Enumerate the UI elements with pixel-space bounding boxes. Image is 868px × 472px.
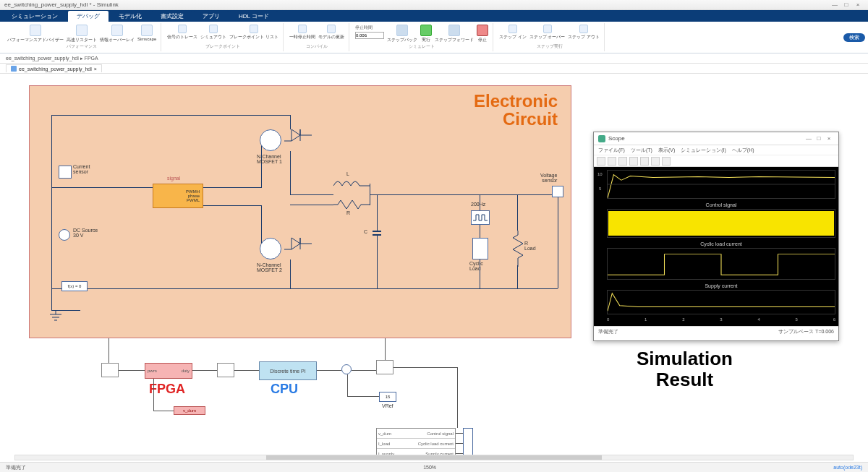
resistor-icon: [333, 200, 370, 209]
close-button[interactable]: ×: [852, 1, 864, 8]
scope-tb-1[interactable]: [597, 157, 605, 166]
tab-apps[interactable]: アプリ: [194, 11, 229, 22]
file-tab-model[interactable]: ee_switching_power_supply_hdl ×: [6, 64, 102, 72]
step-in-button[interactable]: ステップ イン: [499, 25, 527, 40]
pause-time-button[interactable]: 一時停止時間: [289, 25, 315, 40]
scope-tb-4[interactable]: [629, 157, 638, 166]
fpga-block[interactable]: pwmduty: [145, 363, 192, 379]
signal-label: signal: [167, 176, 180, 181]
scope-menu: ファイル(F) ツール(T) 表示(V) シミュレーション(I) ヘルプ(H): [594, 145, 838, 155]
sum-block[interactable]: [341, 364, 352, 374]
current-sensor-label: Current sensor: [73, 164, 90, 174]
scope-menu-help[interactable]: ヘルプ(H): [732, 147, 754, 154]
stop-time-input[interactable]: [355, 32, 384, 39]
rate-trans-3[interactable]: [376, 360, 393, 374]
tab-hdl[interactable]: HDL コード: [230, 11, 278, 22]
tab-modeling[interactable]: モデル化: [110, 11, 150, 22]
h-scrollbar[interactable]: [14, 455, 854, 460]
rate-trans-1[interactable]: [101, 363, 119, 377]
vsensor-label: Voltage sensor: [540, 173, 557, 183]
file-tab-close[interactable]: ×: [94, 66, 97, 72]
ground-icon: [48, 310, 63, 322]
overlay-button[interactable]: 情報オーバーレイ: [100, 25, 135, 43]
solver-block[interactable]: f(x) = 0: [61, 281, 88, 291]
minimize-button[interactable]: —: [829, 1, 841, 8]
group-bp-label: ブレークポイント: [167, 43, 278, 50]
mosfet2-label: N-Channel MOSFET 2: [257, 262, 282, 273]
scope-menu-view[interactable]: 表示(V): [658, 147, 675, 154]
simscape-button[interactable]: Simscape: [137, 25, 156, 41]
panel4-title: Supply current: [608, 283, 835, 288]
scope-icon: [598, 135, 605, 142]
mosfet1-block[interactable]: [260, 129, 281, 151]
scope-titlebar[interactable]: Scope — □ ×: [594, 132, 838, 145]
mosfet1-label: N-Channel MOSFET 1: [257, 154, 282, 164]
voltage-sensor-block[interactable]: [552, 186, 563, 197]
tab-format[interactable]: 書式設定: [152, 11, 192, 22]
mosfet2-block[interactable]: [260, 238, 281, 259]
freq-label: 200Hz: [471, 202, 485, 207]
ribbon-search[interactable]: 検索: [843, 33, 865, 42]
scope-tb-2[interactable]: [608, 157, 616, 166]
v-dum-tag[interactable]: v_dum: [174, 406, 205, 415]
scope-toolbar: [594, 155, 838, 167]
bus-creator-block[interactable]: v_dumControl signal I_loadCyclic load cu…: [376, 428, 456, 458]
maximize-button[interactable]: □: [841, 1, 852, 8]
circuit-subsystem[interactable]: ElectronicCircuit Current sensor DC Sour…: [29, 85, 571, 338]
group-step-label: ステップ実行: [499, 43, 600, 50]
scope-minimize[interactable]: —: [804, 135, 814, 142]
scope-sink-block[interactable]: [463, 428, 473, 458]
breadcrumb[interactable]: ee_switching_power_supply_hdl ▸ FPGA: [6, 56, 98, 61]
cpu-block[interactable]: Discrete time PI: [259, 361, 317, 380]
scope-tb-3[interactable]: [618, 157, 627, 166]
cpu-label: CPU: [271, 382, 298, 397]
scope-tb-5[interactable]: [640, 157, 649, 166]
current-sensor-block[interactable]: [59, 166, 72, 179]
status-solver[interactable]: auto(ode23t): [833, 465, 862, 470]
pwm-block[interactable]: PWMHphasePWML: [153, 184, 203, 208]
bp-list-button[interactable]: ブレークポイント リスト: [229, 25, 278, 40]
scope-status: 準備完了サンプルベース T=0.006: [594, 326, 838, 336]
scope-window[interactable]: Scope — □ × ファイル(F) ツール(T) 表示(V) シミュレーショ…: [593, 132, 839, 341]
step-back-button[interactable]: ステップバック: [387, 25, 417, 43]
step-out-button[interactable]: ステップ アウト: [568, 25, 600, 40]
scope-plot-area[interactable]: 10 5 Control signal Cyclic load current …: [594, 167, 838, 326]
panel3-title: Cyclic load current: [608, 241, 835, 246]
step-fwd-button[interactable]: ステップフォワード: [435, 25, 474, 43]
vref-const[interactable]: 15: [379, 392, 396, 402]
rload-icon: [513, 231, 523, 267]
scope-maximize[interactable]: □: [814, 135, 824, 142]
tab-debug[interactable]: デバッグ: [68, 11, 109, 22]
scope-tb-7[interactable]: [662, 157, 671, 166]
fast-restart-button[interactable]: 高速リスタート: [67, 25, 97, 43]
stop-button[interactable]: 停止: [477, 25, 488, 43]
pulse-gen-block[interactable]: [471, 210, 490, 225]
group-perf-label: パフォーマンス: [7, 43, 156, 50]
app-title: ee_switching_power_supply_hdl * - Simuli…: [4, 1, 119, 8]
tab-simulation[interactable]: シミュレーション: [3, 11, 67, 22]
scope-menu-sim[interactable]: シミュレーション(I): [681, 147, 726, 154]
rate-trans-2[interactable]: [217, 363, 234, 377]
model-canvas[interactable]: ElectronicCircuit Current sensor DC Sour…: [0, 74, 868, 462]
c-label: C: [364, 229, 367, 234]
scope-tb-6[interactable]: [651, 157, 660, 166]
cyclic-load-block[interactable]: [472, 238, 488, 259]
perf-advisor-button[interactable]: パフォーマンスアドバイザー: [7, 25, 64, 43]
scope-menu-file[interactable]: ファイル(F): [598, 147, 625, 154]
document-icon: [11, 66, 17, 72]
ribbon: パフォーマンスアドバイザー 高速リスタート 情報オーバーレイ Simscape …: [0, 22, 868, 53]
file-tab-label: ee_switching_power_supply_hdl: [19, 66, 92, 72]
scope-close[interactable]: ×: [824, 135, 834, 142]
stop-time-label: 停止時間: [355, 25, 384, 31]
scope-title-text: Scope: [608, 135, 625, 142]
scope-menu-tools[interactable]: ツール(T): [631, 147, 652, 154]
run-button[interactable]: 実行: [420, 25, 432, 43]
dc-source-block[interactable]: [59, 229, 70, 241]
simout-button[interactable]: シミュアウト: [200, 25, 226, 40]
status-zoom[interactable]: 150%: [26, 465, 833, 470]
ribbon-tabs: シミュレーション デバッグ モデル化 書式設定 アプリ HDL コード: [0, 10, 868, 22]
cyclic-label: Cyclic Load: [469, 261, 483, 271]
update-model-button[interactable]: モデルの更新: [318, 25, 344, 40]
step-over-button[interactable]: ステップ オーバー: [529, 25, 566, 40]
trace-button[interactable]: 信号のトレース: [167, 25, 197, 40]
